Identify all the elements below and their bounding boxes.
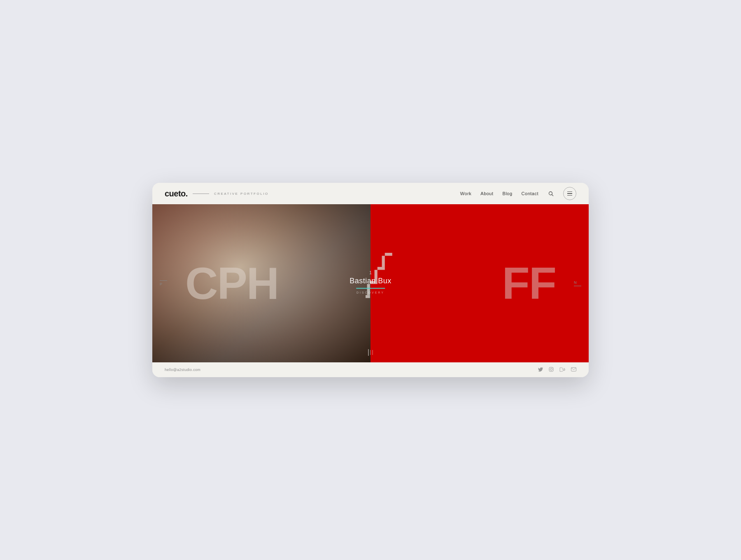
artist-name: Bastian Bux: [350, 277, 391, 285]
name-underline: [356, 288, 385, 289]
hero-right-panel: [370, 204, 589, 362]
hero-section: CPH FF 1 Bastian Bux DISCOVERY: [152, 204, 589, 362]
next-label: N: [574, 280, 577, 285]
instagram-icon[interactable]: [549, 367, 554, 373]
mail-icon[interactable]: [571, 367, 576, 372]
slide-prev-button[interactable]: P: [160, 280, 167, 286]
slide-number: 1: [350, 270, 391, 275]
slide-next-button[interactable]: N: [574, 280, 581, 286]
logo[interactable]: cueto.: [165, 189, 188, 198]
svg-rect-8: [366, 295, 370, 298]
logo-divider: [193, 194, 209, 194]
dot-3[interactable]: [373, 350, 373, 355]
svg-rect-4: [377, 267, 385, 270]
navbar-right: Work About Blog Contact: [460, 187, 576, 200]
hamburger-icon: [567, 191, 572, 196]
footer-social-icons: [538, 367, 576, 373]
twitter-icon[interactable]: [538, 367, 543, 373]
svg-point-10: [550, 369, 552, 371]
svg-rect-3: [382, 256, 385, 267]
nav-blog[interactable]: Blog: [503, 191, 513, 196]
hero-text-right: FF: [502, 261, 556, 306]
navbar-left: cueto. CREATIVE PORTFOLIO: [165, 189, 269, 198]
footer-email[interactable]: hello@a2studio.com: [165, 368, 200, 372]
dot-1[interactable]: [368, 349, 369, 356]
behance-icon[interactable]: [559, 367, 565, 373]
svg-rect-9: [549, 367, 553, 371]
tagline: CREATIVE PORTFOLIO: [214, 192, 269, 196]
svg-point-0: [549, 191, 552, 195]
nav-contact[interactable]: Contact: [522, 191, 538, 196]
svg-point-11: [552, 368, 552, 368]
search-icon[interactable]: [548, 190, 554, 197]
menu-button[interactable]: [563, 187, 576, 200]
hero-center-content: 1 Bastian Bux DISCOVERY: [350, 270, 391, 294]
slide-subtitle: DISCOVERY: [350, 291, 391, 294]
navbar: cueto. CREATIVE PORTFOLIO Work About Blo…: [152, 183, 589, 204]
prev-label: P: [160, 282, 163, 286]
browser-frame: cueto. CREATIVE PORTFOLIO Work About Blo…: [152, 183, 589, 377]
dot-2[interactable]: [370, 350, 371, 355]
svg-line-1: [552, 194, 553, 196]
nav-work[interactable]: Work: [460, 191, 471, 196]
svg-rect-2: [385, 253, 392, 256]
slide-indicators: [368, 349, 373, 356]
nav-about[interactable]: About: [480, 191, 493, 196]
hero-text-left: CPH: [185, 261, 278, 306]
footer: hello@a2studio.com: [152, 362, 589, 377]
